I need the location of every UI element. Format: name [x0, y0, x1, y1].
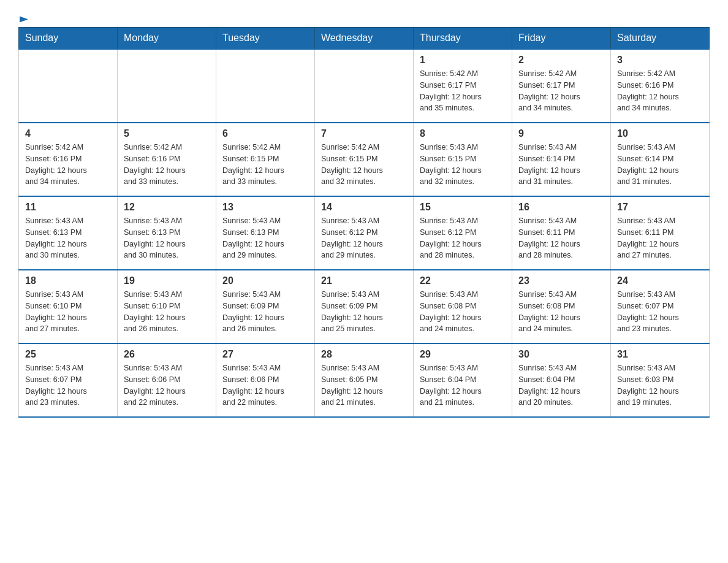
- logo-wrapper: [18, 12, 28, 21]
- calendar-cell: 10Sunrise: 5:43 AMSunset: 6:14 PMDayligh…: [611, 123, 710, 196]
- calendar-week-row: 11Sunrise: 5:43 AMSunset: 6:13 PMDayligh…: [19, 196, 710, 270]
- calendar-cell: 3Sunrise: 5:42 AMSunset: 6:16 PMDaylight…: [611, 49, 710, 123]
- calendar-day-header: Tuesday: [216, 28, 315, 50]
- day-info: Sunrise: 5:43 AMSunset: 6:14 PMDaylight:…: [518, 142, 604, 188]
- day-info: Sunrise: 5:43 AMSunset: 6:08 PMDaylight:…: [420, 289, 506, 335]
- day-number: 5: [124, 128, 210, 139]
- calendar-cell: 9Sunrise: 5:43 AMSunset: 6:14 PMDaylight…: [512, 123, 611, 196]
- calendar-cell: 13Sunrise: 5:43 AMSunset: 6:13 PMDayligh…: [216, 196, 315, 270]
- calendar-cell: 25Sunrise: 5:43 AMSunset: 6:07 PMDayligh…: [19, 343, 118, 417]
- calendar-cell: 30Sunrise: 5:43 AMSunset: 6:04 PMDayligh…: [512, 343, 611, 417]
- page: SundayMondayTuesdayWednesdayThursdayFrid…: [0, 0, 728, 436]
- calendar-week-row: 1Sunrise: 5:42 AMSunset: 6:17 PMDaylight…: [19, 49, 710, 123]
- calendar-cell: 17Sunrise: 5:43 AMSunset: 6:11 PMDayligh…: [611, 196, 710, 270]
- day-number: 10: [617, 128, 703, 139]
- calendar-cell: 14Sunrise: 5:43 AMSunset: 6:12 PMDayligh…: [315, 196, 414, 270]
- day-info: Sunrise: 5:43 AMSunset: 6:15 PMDaylight:…: [420, 142, 506, 188]
- calendar-day-header: Thursday: [414, 28, 512, 50]
- day-number: 21: [321, 275, 407, 286]
- calendar-header-row: SundayMondayTuesdayWednesdayThursdayFrid…: [19, 28, 710, 50]
- day-number: 8: [420, 128, 506, 139]
- day-info: Sunrise: 5:42 AMSunset: 6:15 PMDaylight:…: [222, 142, 308, 188]
- calendar-cell: 11Sunrise: 5:43 AMSunset: 6:13 PMDayligh…: [19, 196, 118, 270]
- day-info: Sunrise: 5:43 AMSunset: 6:08 PMDaylight:…: [518, 289, 604, 335]
- day-info: Sunrise: 5:43 AMSunset: 6:06 PMDaylight:…: [124, 362, 210, 408]
- logo-triangle-icon: [20, 13, 28, 22]
- day-number: 24: [617, 275, 703, 286]
- day-number: 29: [420, 349, 506, 360]
- calendar-cell: 23Sunrise: 5:43 AMSunset: 6:08 PMDayligh…: [512, 270, 611, 343]
- day-number: 13: [222, 202, 308, 213]
- calendar-cell: 2Sunrise: 5:42 AMSunset: 6:17 PMDaylight…: [512, 49, 611, 123]
- day-info: Sunrise: 5:43 AMSunset: 6:03 PMDaylight:…: [617, 362, 703, 408]
- calendar-cell: [19, 49, 118, 123]
- day-info: Sunrise: 5:43 AMSunset: 6:11 PMDaylight:…: [617, 215, 703, 261]
- day-info: Sunrise: 5:43 AMSunset: 6:10 PMDaylight:…: [25, 289, 111, 335]
- day-number: 22: [420, 275, 506, 286]
- day-info: Sunrise: 5:43 AMSunset: 6:05 PMDaylight:…: [321, 362, 407, 408]
- day-number: 1: [420, 55, 506, 66]
- day-info: Sunrise: 5:42 AMSunset: 6:17 PMDaylight:…: [420, 68, 506, 114]
- day-number: 28: [321, 349, 407, 360]
- calendar-cell: 21Sunrise: 5:43 AMSunset: 6:09 PMDayligh…: [315, 270, 414, 343]
- calendar-cell: 1Sunrise: 5:42 AMSunset: 6:17 PMDaylight…: [414, 49, 512, 123]
- day-number: 30: [518, 349, 604, 360]
- day-number: 31: [617, 349, 703, 360]
- calendar-day-header: Saturday: [611, 28, 710, 50]
- day-number: 18: [25, 275, 111, 286]
- calendar-table: SundayMondayTuesdayWednesdayThursdayFrid…: [18, 27, 710, 418]
- calendar-cell: 12Sunrise: 5:43 AMSunset: 6:13 PMDayligh…: [118, 196, 216, 270]
- calendar-cell: 20Sunrise: 5:43 AMSunset: 6:09 PMDayligh…: [216, 270, 315, 343]
- calendar-cell: 7Sunrise: 5:42 AMSunset: 6:15 PMDaylight…: [315, 123, 414, 196]
- day-info: Sunrise: 5:43 AMSunset: 6:11 PMDaylight:…: [518, 215, 604, 261]
- day-info: Sunrise: 5:43 AMSunset: 6:12 PMDaylight:…: [420, 215, 506, 261]
- calendar-cell: [118, 49, 216, 123]
- header: [18, 12, 710, 21]
- calendar-week-row: 25Sunrise: 5:43 AMSunset: 6:07 PMDayligh…: [19, 343, 710, 417]
- day-info: Sunrise: 5:43 AMSunset: 6:06 PMDaylight:…: [222, 362, 308, 408]
- day-info: Sunrise: 5:42 AMSunset: 6:16 PMDaylight:…: [617, 68, 703, 114]
- day-info: Sunrise: 5:42 AMSunset: 6:16 PMDaylight:…: [124, 142, 210, 188]
- day-number: 27: [222, 349, 308, 360]
- day-number: 9: [518, 128, 604, 139]
- calendar-cell: 4Sunrise: 5:42 AMSunset: 6:16 PMDaylight…: [19, 123, 118, 196]
- day-number: 12: [124, 202, 210, 213]
- day-number: 11: [25, 202, 111, 213]
- day-number: 19: [124, 275, 210, 286]
- day-number: 25: [25, 349, 111, 360]
- day-number: 26: [124, 349, 210, 360]
- day-info: Sunrise: 5:43 AMSunset: 6:10 PMDaylight:…: [124, 289, 210, 335]
- day-number: 14: [321, 202, 407, 213]
- day-info: Sunrise: 5:42 AMSunset: 6:15 PMDaylight:…: [321, 142, 407, 188]
- day-info: Sunrise: 5:43 AMSunset: 6:07 PMDaylight:…: [25, 362, 111, 408]
- calendar-cell: 24Sunrise: 5:43 AMSunset: 6:07 PMDayligh…: [611, 270, 710, 343]
- calendar-day-header: Wednesday: [315, 28, 414, 50]
- day-info: Sunrise: 5:43 AMSunset: 6:13 PMDaylight:…: [222, 215, 308, 261]
- calendar-cell: [216, 49, 315, 123]
- day-number: 3: [617, 55, 703, 66]
- calendar-day-header: Sunday: [19, 28, 118, 50]
- day-info: Sunrise: 5:42 AMSunset: 6:16 PMDaylight:…: [25, 142, 111, 188]
- day-number: 20: [222, 275, 308, 286]
- calendar-cell: 16Sunrise: 5:43 AMSunset: 6:11 PMDayligh…: [512, 196, 611, 270]
- day-number: 17: [617, 202, 703, 213]
- day-info: Sunrise: 5:43 AMSunset: 6:04 PMDaylight:…: [518, 362, 604, 408]
- calendar-cell: 18Sunrise: 5:43 AMSunset: 6:10 PMDayligh…: [19, 270, 118, 343]
- day-info: Sunrise: 5:43 AMSunset: 6:14 PMDaylight:…: [617, 142, 703, 188]
- calendar-cell: 6Sunrise: 5:42 AMSunset: 6:15 PMDaylight…: [216, 123, 315, 196]
- day-number: 15: [420, 202, 506, 213]
- calendar-cell: 29Sunrise: 5:43 AMSunset: 6:04 PMDayligh…: [414, 343, 512, 417]
- day-number: 7: [321, 128, 407, 139]
- day-number: 16: [518, 202, 604, 213]
- calendar-cell: 27Sunrise: 5:43 AMSunset: 6:06 PMDayligh…: [216, 343, 315, 417]
- logo: [18, 12, 39, 21]
- calendar-cell: 26Sunrise: 5:43 AMSunset: 6:06 PMDayligh…: [118, 343, 216, 417]
- calendar-day-header: Monday: [118, 28, 216, 50]
- calendar-cell: 31Sunrise: 5:43 AMSunset: 6:03 PMDayligh…: [611, 343, 710, 417]
- calendar-week-row: 4Sunrise: 5:42 AMSunset: 6:16 PMDaylight…: [19, 123, 710, 196]
- calendar-day-header: Friday: [512, 28, 611, 50]
- day-info: Sunrise: 5:42 AMSunset: 6:17 PMDaylight:…: [518, 68, 604, 114]
- day-info: Sunrise: 5:43 AMSunset: 6:07 PMDaylight:…: [617, 289, 703, 335]
- day-info: Sunrise: 5:43 AMSunset: 6:04 PMDaylight:…: [420, 362, 506, 408]
- calendar-cell: 19Sunrise: 5:43 AMSunset: 6:10 PMDayligh…: [118, 270, 216, 343]
